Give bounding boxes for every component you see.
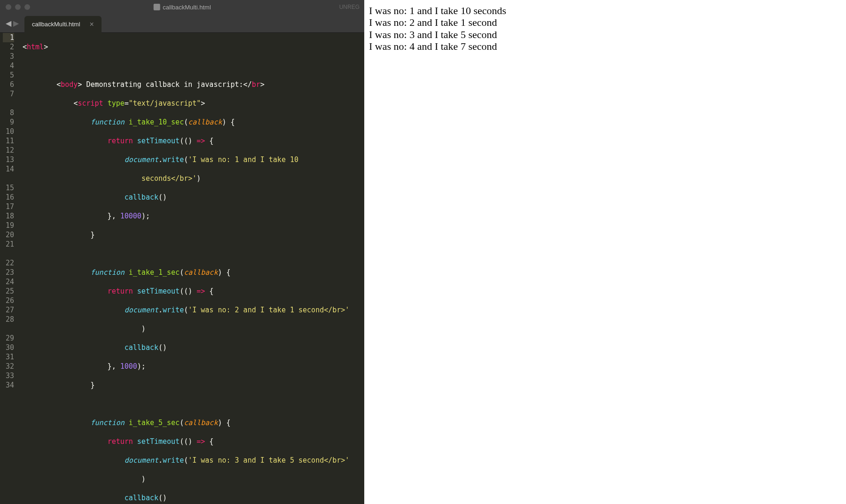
browser-output-pane: I was no: 1 and I take 10 seconds I was … — [364, 0, 846, 504]
line-number: 3 — [3, 52, 14, 61]
line-number: 21 — [3, 240, 14, 249]
line-number: 20 — [3, 230, 14, 240]
line-number — [3, 324, 14, 333]
unregistered-label: UNREG — [339, 4, 360, 10]
line-number: 24 — [3, 277, 14, 287]
line-number: 19 — [3, 221, 14, 230]
line-number-gutter: 1234567891011121314151617181920212223242… — [0, 33, 19, 504]
line-number: 23 — [3, 268, 14, 277]
window-title: callbackMulti.html — [153, 4, 211, 11]
line-number: 12 — [3, 146, 14, 155]
line-number: 32 — [3, 362, 14, 371]
line-number: 11 — [3, 136, 14, 146]
window-controls — [6, 4, 30, 10]
line-number: 15 — [3, 183, 14, 193]
nav-arrows: ◀ ▶ — [0, 19, 24, 28]
output-line-4: I was no: 4 and I take 7 second — [369, 40, 841, 52]
line-number: 4 — [3, 61, 14, 70]
line-number: 10 — [3, 127, 14, 136]
output-line-2: I was no: 2 and I take 1 second — [369, 16, 841, 28]
line-number: 5 — [3, 70, 14, 80]
line-number: 30 — [3, 343, 14, 352]
line-number: 14 — [3, 164, 14, 174]
editor-pane: callbackMulti.html UNREG ◀ ▶ callbackMul… — [0, 0, 364, 504]
tab-close-icon[interactable]: × — [90, 20, 94, 29]
nav-forward-icon[interactable]: ▶ — [13, 19, 19, 28]
line-number: 27 — [3, 305, 14, 315]
maximize-window-button[interactable] — [24, 4, 30, 10]
line-number: 9 — [3, 117, 14, 127]
tab-label: callbackMulti.html — [32, 21, 80, 28]
line-number — [3, 174, 14, 183]
line-number: 8 — [3, 108, 14, 117]
nav-back-icon[interactable]: ◀ — [6, 19, 11, 28]
line-number: 25 — [3, 287, 14, 296]
tab-bar: ◀ ▶ callbackMulti.html × — [0, 14, 364, 33]
output-line-3: I was no: 3 and I take 5 second — [369, 29, 841, 40]
line-number — [3, 99, 14, 108]
line-number: 18 — [3, 211, 14, 221]
line-number: 33 — [3, 371, 14, 380]
line-number: 31 — [3, 352, 14, 362]
window-title-text: callbackMulti.html — [163, 4, 211, 11]
line-number: 26 — [3, 296, 14, 305]
code-editor[interactable]: 1234567891011121314151617181920212223242… — [0, 33, 364, 504]
line-number: 2 — [3, 42, 14, 52]
output-line-1: I was no: 1 and I take 10 seconds — [369, 5, 841, 16]
close-window-button[interactable] — [6, 4, 11, 10]
line-number: 1 — [3, 33, 14, 42]
line-number: 34 — [3, 380, 14, 390]
line-number: 7 — [3, 89, 14, 99]
minimize-window-button[interactable] — [15, 4, 21, 10]
line-number: 6 — [3, 80, 14, 89]
line-number: 17 — [3, 202, 14, 211]
window-title-bar: callbackMulti.html UNREG — [0, 0, 364, 14]
line-number — [3, 249, 14, 258]
file-icon — [153, 4, 160, 10]
code-content[interactable]: <html> <body> Demonstrating callback in … — [19, 33, 364, 504]
line-number: 28 — [3, 315, 14, 324]
tab-callbackmulti[interactable]: callbackMulti.html × — [24, 16, 102, 33]
line-number: 16 — [3, 193, 14, 202]
line-number: 13 — [3, 155, 14, 164]
line-number: 29 — [3, 333, 14, 343]
line-number: 22 — [3, 258, 14, 268]
